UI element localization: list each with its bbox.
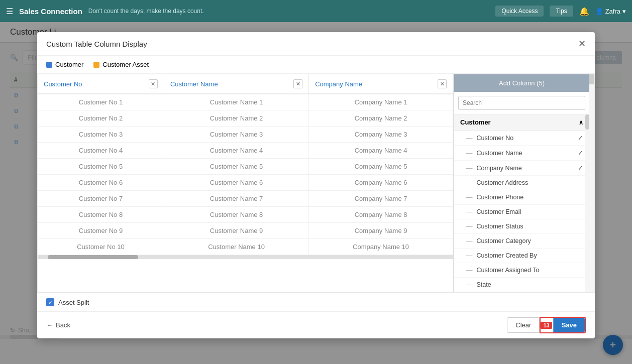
col-header-label: Customer No xyxy=(44,80,82,88)
table-row: Customer No 9Customer Name 9Company Name… xyxy=(38,223,453,239)
col-remove-icon[interactable]: ✕ xyxy=(438,79,447,88)
table-cell: Company Name 10 xyxy=(309,239,453,255)
list-item[interactable]: —Customer Assigned To xyxy=(454,263,589,278)
table-row: Customer No 8Customer Name 8Company Name… xyxy=(38,207,453,223)
group-chevron-icon: ∧ xyxy=(579,119,583,126)
list-item[interactable]: —State xyxy=(454,278,589,292)
asset-split-label: Asset Split xyxy=(58,299,89,306)
table-cell: Company Name 6 xyxy=(309,175,453,191)
col-item-label: Customer Email xyxy=(477,208,521,215)
table-cell: Customer Name 9 xyxy=(164,223,308,239)
table-row: Customer No 4Customer Name 4Company Name… xyxy=(38,143,453,159)
page-background: Customer Li... 🔍 Edit Columns # Cus... ⧉… xyxy=(0,22,632,364)
col-item-label: Customer Created By xyxy=(477,252,537,259)
table-cell: Customer No 2 xyxy=(38,110,164,127)
list-item[interactable]: —Customer Category xyxy=(454,234,589,249)
table-cell: Customer Name 3 xyxy=(164,127,308,143)
table-row: Customer No 2Customer Name 2Company Name… xyxy=(38,110,453,127)
col-item-label: Customer No xyxy=(477,135,514,142)
list-item[interactable]: —Customer Address xyxy=(454,176,589,190)
right-panel: Add Column (5) Customer ∧ —Customer No✓—… xyxy=(454,74,589,292)
list-item[interactable]: —Customer Email xyxy=(454,205,589,219)
clear-button[interactable]: Clear xyxy=(507,317,540,333)
col-item-label: Customer Status xyxy=(477,223,523,230)
menu-icon[interactable]: ☰ xyxy=(6,7,13,16)
dash-icon: — xyxy=(466,208,473,215)
table-row: Customer No 5Customer Name 5Company Name… xyxy=(38,159,453,175)
table-cell: Customer No 5 xyxy=(38,159,164,175)
table-cell: Customer No 3 xyxy=(38,127,164,143)
legend-customer-asset: Customer Asset xyxy=(93,61,149,68)
top-nav: ☰ Sales Connection Don't count the days,… xyxy=(0,0,632,22)
table-cell: Customer Name 5 xyxy=(164,159,308,175)
legend-customer-asset-label: Customer Asset xyxy=(102,61,149,68)
user-avatar-icon: 👤 xyxy=(595,8,603,15)
modal-close-button[interactable]: ✕ xyxy=(578,39,586,48)
list-item[interactable]: —Customer Name✓ xyxy=(454,146,589,161)
table-cell: Customer No 6 xyxy=(38,175,164,191)
table-cell: Customer Name 7 xyxy=(164,191,308,207)
col-header-2: Company Name✕ xyxy=(309,74,453,94)
table-cell: Customer Name 8 xyxy=(164,207,308,223)
modal-vertical-scrollbar[interactable] xyxy=(589,74,594,292)
column-group-customer[interactable]: Customer ∧ xyxy=(454,114,589,131)
back-arrow-icon: ← xyxy=(46,321,53,329)
quick-access-button[interactable]: Quick Access xyxy=(495,6,544,17)
save-button[interactable]: Save xyxy=(553,318,585,332)
legend-customer-label: Customer xyxy=(55,61,83,68)
user-dropdown-icon: ▾ xyxy=(622,8,626,15)
col-header-label: Company Name xyxy=(315,80,362,88)
col-item-label: Customer Assigned To xyxy=(477,267,540,274)
table-cell: Company Name 2 xyxy=(309,110,453,127)
list-item[interactable]: —Customer Created By xyxy=(454,249,589,263)
action-buttons: Clear 13 Save xyxy=(507,317,586,333)
col-item-label: Customer Address xyxy=(477,179,529,186)
table-cell: Customer No 10 xyxy=(38,239,164,255)
list-item[interactable]: —Customer Status xyxy=(454,219,589,234)
table-row: Customer No 7Customer Name 7Company Name… xyxy=(38,191,453,207)
asset-split-checkbox[interactable]: ✓ xyxy=(46,298,54,306)
dash-icon: — xyxy=(466,267,473,274)
table-cell: Customer No 4 xyxy=(38,143,164,159)
table-cell: Company Name 7 xyxy=(309,191,453,207)
column-display-table-area[interactable]: Customer No✕Customer Name✕Company Name✕ … xyxy=(38,74,454,292)
dash-icon: — xyxy=(466,150,473,157)
legend-customer: Customer xyxy=(46,61,83,68)
brand-name: Sales Connection xyxy=(19,7,82,16)
modal-overlay: Custom Table Column Display ✕ Customer C… xyxy=(0,22,632,364)
modal-body: Customer No✕Customer Name✕Company Name✕ … xyxy=(37,74,595,293)
user-menu[interactable]: 👤 Zafra ▾ xyxy=(595,8,626,15)
column-search-input[interactable] xyxy=(458,96,585,110)
check-icon: ✓ xyxy=(578,164,583,172)
modal-actions: ← Back Clear 13 Save xyxy=(37,312,595,338)
col-remove-icon[interactable]: ✕ xyxy=(293,79,302,88)
col-header-0: Customer No✕ xyxy=(38,74,164,94)
table-cell: Company Name 5 xyxy=(309,159,453,175)
table-row: Customer No 6Customer Name 6Company Name… xyxy=(38,175,453,191)
user-name: Zafra xyxy=(605,8,620,15)
list-item[interactable]: —Customer Phone xyxy=(454,190,589,205)
col-remove-icon[interactable]: ✕ xyxy=(149,79,158,88)
dash-icon: — xyxy=(466,179,473,186)
bell-icon[interactable]: 🔔 xyxy=(579,7,589,16)
column-list-items: —Customer No✓—Customer Name✓—Company Nam… xyxy=(454,131,589,292)
dash-icon: — xyxy=(466,281,473,288)
asset-split-row: ✓ Asset Split xyxy=(37,293,595,312)
dash-icon: — xyxy=(466,252,473,259)
table-cell: Customer No 9 xyxy=(38,223,164,239)
table-cell: Customer Name 10 xyxy=(164,239,308,255)
horizontal-scrollbar[interactable] xyxy=(38,255,453,259)
column-list: Customer ∧ —Customer No✓—Customer Name✓—… xyxy=(454,114,589,292)
dash-icon: — xyxy=(466,165,473,172)
back-label: Back xyxy=(56,321,70,329)
table-cell: Company Name 8 xyxy=(309,207,453,223)
list-item[interactable]: —Company Name✓ xyxy=(454,161,589,176)
dash-icon: — xyxy=(466,237,473,245)
table-cell: Customer No 7 xyxy=(38,191,164,207)
search-field-container xyxy=(454,92,589,114)
dash-icon: — xyxy=(466,135,473,142)
tips-button[interactable]: Tips xyxy=(550,6,573,17)
back-button[interactable]: ← Back xyxy=(46,321,70,329)
list-item[interactable]: —Customer No✓ xyxy=(454,131,589,146)
check-icon: ✓ xyxy=(578,149,583,157)
